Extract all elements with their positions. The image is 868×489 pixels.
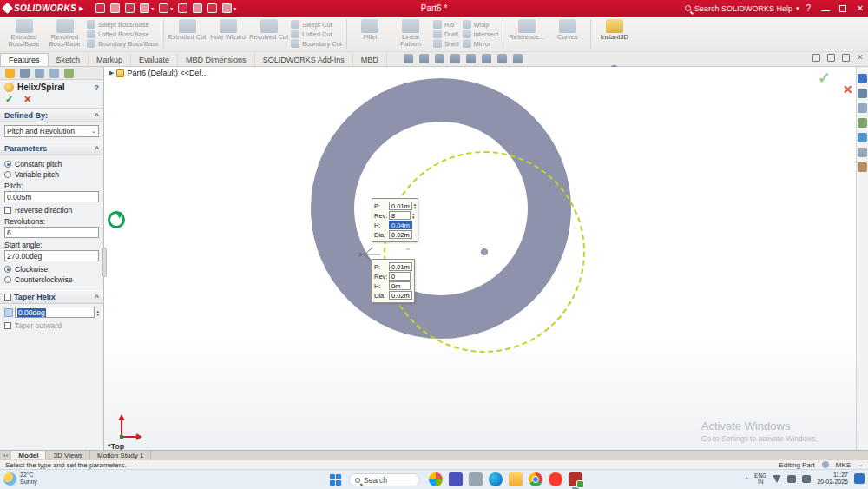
model-tab[interactable]: Model <box>11 451 46 459</box>
collapse-icon[interactable]: ^ <box>95 294 99 301</box>
feature-tree-root[interactable]: ▶ Part6 (Default) <<Def... <box>109 69 207 77</box>
instant3d-button[interactable]: Instant3D <box>594 17 635 50</box>
diameter-value-input[interactable]: 0.02m <box>389 291 412 300</box>
part-tree-label[interactable]: Part6 (Default) <<Def... <box>127 69 207 77</box>
edge-icon[interactable] <box>489 472 503 486</box>
undo-icon[interactable] <box>159 3 168 13</box>
app-icon-1[interactable] <box>429 472 443 486</box>
pm-help-icon[interactable]: ? <box>95 83 100 92</box>
taskpane-custom-properties-icon[interactable] <box>858 148 867 157</box>
taskpane-file-explorer-icon[interactable] <box>858 103 867 113</box>
collapse-icon[interactable]: ^ <box>95 145 99 153</box>
lofted-boss-base-button[interactable]: Lofted Boss/Base <box>87 30 159 38</box>
graphics-viewport[interactable]: ▶ Part6 (Default) <<Def... P: 0.01m ▴▾ <box>104 67 856 450</box>
doc-cascade-icon[interactable] <box>812 54 820 62</box>
brand-menu-arrow-icon[interactable]: ▶ <box>79 5 83 12</box>
taskbar-search[interactable]: Search <box>349 473 420 486</box>
minimize-button[interactable] <box>821 4 830 13</box>
clock[interactable]: 11:27 20-02-2026 <box>817 472 848 486</box>
tab-markup[interactable]: Markup <box>89 54 131 66</box>
taper-helix-section-header[interactable]: Taper Helix ^ <box>0 290 103 304</box>
helix-parameters-callout-secondary[interactable]: P: 0.01m Rev: 0 H: 0m Dia: 0.02m <box>372 259 415 303</box>
help-search[interactable]: Search SOLIDWORKS Help ▾ <box>685 4 799 13</box>
help-icon[interactable]: ? <box>806 3 811 13</box>
weather-widget[interactable]: 22°C Sunny <box>3 472 37 486</box>
app-icon-3[interactable] <box>549 472 562 486</box>
revolutions-value-input[interactable]: 0 <box>389 272 411 281</box>
counterclockwise-radio[interactable]: Counterclockwise <box>4 275 99 284</box>
pitch-value-input[interactable]: 0.01m <box>389 262 412 271</box>
tab-sketch[interactable]: Sketch <box>49 54 89 66</box>
displaymanager-tab-icon[interactable] <box>64 69 74 78</box>
doc-minimize-icon[interactable] <box>827 54 835 62</box>
callout-chevron-icon[interactable]: ^ <box>400 303 404 311</box>
solidworks-taskbar-item[interactable] <box>569 472 582 489</box>
taskpane-appearances-icon[interactable] <box>858 133 867 142</box>
edit-appearance-icon[interactable] <box>497 54 507 63</box>
defined-by-dropdown[interactable]: Pitch and Revolution ⌄ <box>4 125 99 137</box>
shell-button[interactable]: Shell <box>433 39 459 48</box>
display-style-icon[interactable] <box>466 54 476 63</box>
hole-wizard-button[interactable]: Hole Wizard <box>207 17 248 50</box>
intersect-button[interactable]: Intersect <box>463 30 499 38</box>
rebuild-icon[interactable] <box>207 3 217 13</box>
panel-splitter-handle[interactable] <box>102 248 107 277</box>
featuremanager-tab-icon[interactable] <box>20 69 30 78</box>
new-document-icon[interactable] <box>95 3 105 13</box>
section-view-icon[interactable] <box>419 54 429 63</box>
helix-parameters-callout[interactable]: P: 0.01m ▴▾ Rev: 8 ▴▾ H: 0.04m Dia: 0.02… <box>372 198 418 242</box>
volume-icon[interactable] <box>787 475 796 483</box>
hidden-icons-icon[interactable]: ^ <box>745 475 748 483</box>
close-button[interactable]: ✕ <box>856 4 865 13</box>
diameter-value-input[interactable]: 0.02m <box>389 230 412 239</box>
units-label[interactable]: MKS <box>836 461 851 469</box>
rib-button[interactable]: Rib <box>433 20 459 29</box>
revolutions-spinner[interactable]: ▴▾ <box>412 212 415 219</box>
motion-study-tab[interactable]: Motion Study 1 <box>90 451 151 459</box>
taper-helix-checkbox-icon[interactable] <box>4 294 11 301</box>
print-dropdown-icon[interactable]: ▾ <box>151 5 154 11</box>
origin-point[interactable] <box>481 248 488 255</box>
height-value-input[interactable]: 0.04m <box>389 221 412 229</box>
start-angle-input[interactable]: 270.00deg <box>4 250 99 261</box>
pitch-spinner[interactable]: ▴▾ <box>414 202 417 209</box>
collapse-icon[interactable]: ^ <box>95 112 99 120</box>
height-value-input[interactable]: 0m <box>389 281 411 290</box>
doc-close-icon[interactable]: ✕ <box>857 54 865 62</box>
curves-button[interactable]: Curves <box>547 17 588 50</box>
taskpane-design-library-icon[interactable] <box>858 89 867 98</box>
tab-scroll-arrows[interactable]: ‹‹ <box>0 451 11 459</box>
doc-restore-icon[interactable] <box>842 54 850 62</box>
reverse-direction-checkbox[interactable]: Reverse direction <box>4 206 99 215</box>
tab-evaluate[interactable]: Evaluate <box>131 54 178 66</box>
language-switcher[interactable]: ENG IN <box>754 472 766 485</box>
redo-icon[interactable] <box>178 3 187 13</box>
cancel-button[interactable]: ✕ <box>23 94 31 105</box>
tab-features[interactable]: Features <box>0 53 49 66</box>
constant-pitch-radio[interactable]: Constant pitch <box>4 160 99 169</box>
options-icon[interactable] <box>222 3 232 13</box>
propertymanager-tab-icon[interactable] <box>5 69 15 78</box>
undo-dropdown-icon[interactable]: ▾ <box>170 5 173 11</box>
file-explorer-icon[interactable] <box>509 472 523 486</box>
lofted-cut-button[interactable]: Lofted Cut <box>291 30 342 38</box>
pitch-input[interactable]: 0.005m <box>4 191 99 202</box>
taper-angle-spinner[interactable]: ▴▾ <box>96 309 99 316</box>
boundary-boss-base-button[interactable]: Boundary Boss/Base <box>87 39 159 48</box>
defined-by-section-header[interactable]: Defined By: ^ <box>0 109 103 122</box>
clockwise-radio[interactable]: Clockwise <box>4 265 99 274</box>
confirmation-cancel-icon[interactable]: ✕ <box>843 83 853 96</box>
previous-view-icon[interactable] <box>404 54 413 63</box>
maximize-button[interactable] <box>838 4 847 13</box>
extruded-boss-base-button[interactable]: Extruded Boss/Base <box>3 17 44 50</box>
reference-geometry-button[interactable]: Reference... <box>506 17 547 50</box>
revolved-boss-base-button[interactable]: Revolved Boss/Base <box>44 17 85 50</box>
start-button[interactable] <box>330 474 342 486</box>
mirror-button[interactable]: Mirror <box>463 39 499 48</box>
configurationmanager-tab-icon[interactable] <box>35 69 44 78</box>
parameters-section-header[interactable]: Parameters ^ <box>0 142 103 155</box>
extruded-cut-button[interactable]: Extruded Cut <box>167 17 207 50</box>
options-dropdown-icon[interactable]: ▾ <box>233 5 236 11</box>
wifi-icon[interactable] <box>773 475 781 483</box>
tab-solidworks-add-ins[interactable]: SOLIDWORKS Add-Ins <box>255 54 353 66</box>
